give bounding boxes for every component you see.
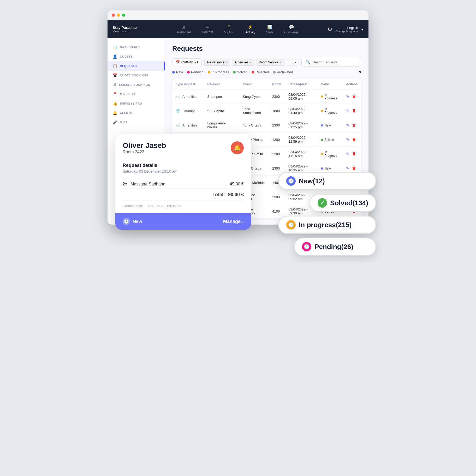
cell-status: In Progress <box>317 147 342 161</box>
actions-cell: ✎ 🗑 <box>346 123 358 128</box>
status-badge: In Progress <box>321 107 339 115</box>
solved-label: Solved <box>237 70 247 74</box>
sidebar-label-alerts: ALERTS <box>120 111 132 115</box>
refresh-button[interactable]: ↻ <box>358 70 361 74</box>
cell-room: 2300 <box>269 118 285 132</box>
status-pill-pending[interactable]: Pending <box>187 70 204 74</box>
sidebar-label-quota: QUOTA BOOKINGS <box>120 74 148 77</box>
table-row: 👕 Laundry "El Suspiro" Jana Strassmann 1… <box>172 104 361 118</box>
bubble-in-progress[interactable]: 🕐 In progress(215) <box>278 216 376 234</box>
edit-button[interactable]: ✎ <box>346 109 349 113</box>
close-button[interactable] <box>112 14 115 17</box>
nav-item-dashboard[interactable]: ⊞ Dashboard <box>171 22 195 36</box>
page-title: Requests <box>172 45 361 53</box>
more-filters[interactable]: + 6 ▾ <box>286 59 299 65</box>
nav-label-stats: Stats <box>266 31 273 34</box>
nav-item-stats[interactable]: 📊 Stats <box>262 22 277 36</box>
actions-cell: ✎ 🗑 <box>346 137 358 142</box>
cell-status: In Progress <box>317 104 342 118</box>
sidebar-item-guests[interactable]: 👤 GUESTS <box>108 52 165 61</box>
col-type-request: Type request <box>172 79 204 89</box>
nav-item-concierge[interactable]: 💬 Concierge <box>280 22 303 36</box>
bubble-new[interactable]: 🕐 New(12) <box>278 172 376 190</box>
bubble-solved[interactable]: ✓ Solved(134) <box>310 194 376 212</box>
myapp-icon: 📱 <box>227 25 232 29</box>
cell-actions: ✎ 🗑 <box>342 147 361 161</box>
language-selector[interactable]: English Change language <box>335 26 358 33</box>
sidebar-item-leisure-bookings[interactable]: 🏖 LEISURE BOOKINGS <box>108 80 165 89</box>
nav-label-content: Content <box>202 30 213 34</box>
bubble-pending-label: Pending(26) <box>314 243 353 251</box>
solved-dot <box>233 71 236 74</box>
cell-room: 2300 <box>269 89 285 104</box>
search-icon: 🔍 <box>305 60 311 65</box>
sidebar-item-alerts[interactable]: 🔔 ALERTS <box>108 108 165 118</box>
sidebar-item-mice[interactable]: 🎤 MICE <box>108 118 165 127</box>
status-pill-new[interactable]: New <box>172 70 183 74</box>
cell-type: 🛁 Amenities <box>172 89 204 104</box>
status-dot <box>321 139 323 141</box>
remove-room-service-icon[interactable]: × <box>279 60 282 64</box>
status-pill-rejected[interactable]: Rejected <box>252 70 269 74</box>
nav-item-content[interactable]: ≡ Content <box>198 22 217 36</box>
table-row: 🛁 Amenities Long sleeve blouse Tony Orte… <box>172 118 361 132</box>
request-date: Saturday, 03 December 10:10 am <box>123 169 244 173</box>
sidebar-label-mice: MICE <box>120 121 128 124</box>
delete-button[interactable]: 🗑 <box>352 152 356 156</box>
filter-tag-room-service[interactable]: Room Service × <box>256 59 285 66</box>
bubble-in-progress-label: In progress(215) <box>299 221 352 229</box>
status-badge: New <box>321 124 331 127</box>
actions-cell: ✎ 🗑 <box>346 109 358 113</box>
edit-button[interactable]: ✎ <box>346 137 349 142</box>
search-box[interactable]: 🔍 <box>301 58 361 67</box>
notification-bell-button[interactable]: 🔔 <box>231 141 244 154</box>
nav-item-activity[interactable]: ⚡ Activity <box>241 22 259 36</box>
sidebar-item-dashboard[interactable]: 📊 DASHBOARD <box>108 43 165 52</box>
sidebar-item-surveys-pro[interactable]: 👍 SURVEYS PRO <box>108 99 165 108</box>
room-label: Room 3422 <box>123 150 166 154</box>
minimize-button[interactable] <box>117 14 120 17</box>
status-pill-solved[interactable]: Solved <box>233 70 247 74</box>
sidebar-item-quota-bookings[interactable]: 📅 QUOTA BOOKINGS <box>108 71 165 80</box>
edit-button[interactable]: ✎ <box>346 166 349 171</box>
remove-restaurants-icon[interactable]: × <box>225 60 227 64</box>
status-dot <box>321 124 323 126</box>
in-progress-dot <box>208 71 210 74</box>
filter-tag-amenities[interactable]: Amenities × <box>232 59 254 66</box>
settings-icon[interactable]: ⚙ <box>328 26 332 32</box>
sidebar-item-requests[interactable]: 📋 REQUESTS <box>108 61 165 71</box>
cell-actions: ✎ 🗑 <box>342 132 361 147</box>
delete-button[interactable]: 🗑 <box>352 166 356 171</box>
delete-button[interactable]: 🗑 <box>352 109 356 113</box>
cell-status: New <box>317 118 342 132</box>
sidebar-item-miniclub[interactable]: 📍 MINICLUB <box>108 89 165 99</box>
delete-button[interactable]: 🗑 <box>352 137 356 142</box>
pending-label: Pending <box>191 70 204 74</box>
line-item-price: 45.00 € <box>230 182 244 186</box>
edit-button[interactable]: ✎ <box>346 94 349 99</box>
maximize-button[interactable] <box>122 14 125 17</box>
status-label: In Progress <box>324 93 339 100</box>
card-footer: 🕐 New Manage › <box>115 213 251 230</box>
status-label: Solved <box>324 138 334 142</box>
delete-button[interactable]: 🗑 <box>352 94 356 99</box>
bubble-pending[interactable]: 🕐 Pending(26) <box>294 238 376 256</box>
search-input[interactable] <box>313 60 357 64</box>
filter-tag-restaurants[interactable]: Restaurants × <box>204 59 230 66</box>
nav-item-myapp[interactable]: 📱 My App <box>220 22 239 36</box>
bubble-pending-icon: 🕐 <box>302 242 311 251</box>
bubble-solved-icon: ✓ <box>318 198 327 208</box>
remove-amenities-icon[interactable]: × <box>249 60 252 64</box>
type-icon: 🛁 <box>176 94 180 99</box>
status-pill-archivated[interactable]: Archivated <box>273 70 293 74</box>
footer-manage-button[interactable]: Manage › <box>223 219 244 224</box>
edit-button[interactable]: ✎ <box>346 152 349 156</box>
cell-guest: Tony Ortega <box>239 118 269 132</box>
delete-button[interactable]: 🗑 <box>352 123 356 128</box>
edit-button[interactable]: ✎ <box>346 123 349 128</box>
brand[interactable]: Stay Paradise View more › <box>113 26 147 33</box>
status-label: In Progress <box>324 150 339 158</box>
new-label: New <box>176 70 183 74</box>
date-filter[interactable]: 📅 03/04/2021 <box>172 58 202 66</box>
status-pill-in-progress[interactable]: In Progress <box>208 70 229 74</box>
